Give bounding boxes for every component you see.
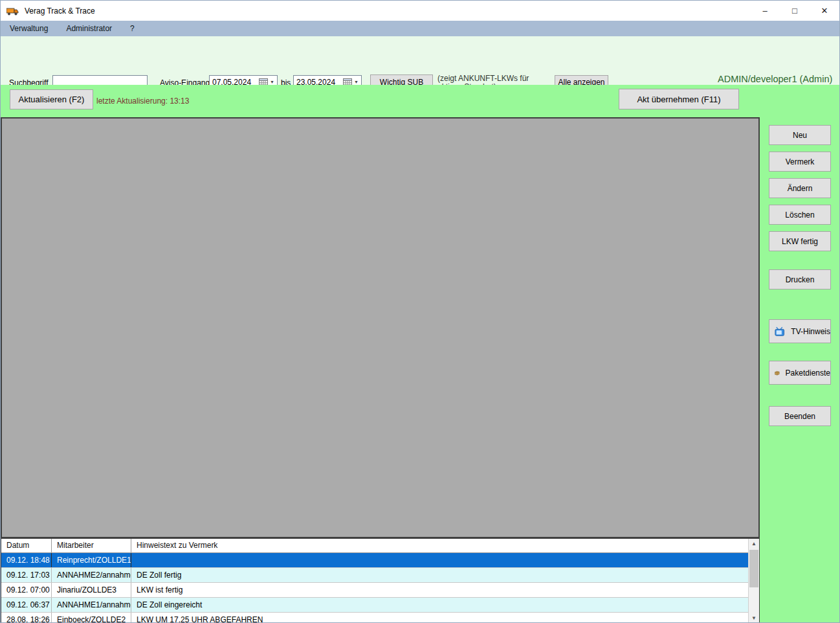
close-icon[interactable]: ✕ [810, 1, 839, 21]
vermerk-table: Datum Mitarbeiter Hinweistext zu Vermerk… [1, 538, 760, 623]
tv-hinweis-label: TV-Hinweis [791, 327, 830, 336]
cell-hinweis: DE Zoll fertig [131, 568, 748, 582]
lkw-fertig-button[interactable]: LKW fertig [769, 231, 831, 251]
cell-datum: 09.12. 07:00 [1, 583, 52, 597]
cell-hinweis: LKW ist fertig [131, 583, 748, 597]
paketdienste-button[interactable]: Paketdienste [769, 361, 831, 385]
table-header: Datum Mitarbeiter Hinweistext zu Vermerk [1, 539, 748, 553]
workspace: Neu Vermerk Ändern Löschen LKW fertig Dr… [1, 116, 839, 623]
cell-mitarbeiter: Jinariu/ZOLLDE3 [52, 583, 131, 597]
tv-icon [775, 326, 785, 337]
table-row[interactable]: 09.12. 07:00 Jinariu/ZOLLDE3 LKW ist fer… [1, 583, 748, 598]
minimize-icon[interactable]: – [750, 1, 780, 21]
drucken-button[interactable]: Drucken [769, 269, 831, 289]
col-header-hinweistext[interactable]: Hinweistext zu Vermerk [131, 539, 748, 552]
main-grid-empty [1, 117, 760, 538]
tv-hinweis-button[interactable]: TV-Hinweis [769, 319, 831, 343]
refresh-button[interactable]: Aktualisieren (F2) [10, 89, 93, 109]
scroll-down-icon[interactable]: ▼ [749, 613, 759, 623]
menu-administrator[interactable]: Administrator [57, 21, 121, 36]
chevron-down-icon[interactable]: ▼ [354, 80, 359, 84]
title-bar: Verag Track & Trace – □ ✕ [1, 1, 839, 21]
cell-datum: 28.08. 18:26 [1, 613, 52, 623]
action-bar: Aktualisieren (F2) letzte Aktualisierung… [1, 85, 839, 116]
cell-mitarbeiter: Reinprecht/ZOLLDE1 [52, 553, 131, 567]
takeover-button[interactable]: Akt übernehmen (F11) [619, 89, 739, 109]
aendern-button[interactable]: Ändern [769, 178, 831, 198]
filter-panel: Suchbegriff alle Ankunft nicht eingetrof… [1, 36, 839, 85]
table-scrollbar[interactable]: ▲ ▼ [748, 539, 759, 623]
package-icon [775, 368, 780, 378]
menu-bar: Verwaltung Administrator ? [1, 21, 839, 36]
table-row[interactable]: 09.12. 17:03 ANNAHME2/annahme2 DE Zoll f… [1, 568, 748, 583]
col-header-datum[interactable]: Datum [1, 539, 52, 552]
table-row[interactable]: 09.12. 06:37 ANNAHME1/annahme1 DE Zoll e… [1, 598, 748, 613]
cell-hinweis: DE Zoll eingereicht [131, 598, 748, 612]
menu-help[interactable]: ? [121, 21, 144, 36]
scroll-up-icon[interactable]: ▲ [749, 539, 759, 549]
neu-button[interactable]: Neu [769, 125, 831, 145]
loeschen-button[interactable]: Löschen [769, 205, 831, 225]
cell-datum: 09.12. 06:37 [1, 598, 52, 612]
cell-mitarbeiter: Einboeck/ZOLLDE2 [52, 613, 131, 623]
user-name: ADMIN/developer1 (Admin) [718, 74, 832, 84]
window-title: Verag Track & Trace [25, 6, 95, 16]
cell-mitarbeiter: ANNAHME2/annahme2 [52, 568, 131, 582]
menu-verwaltung[interactable]: Verwaltung [1, 21, 57, 36]
cell-datum: 09.12. 18:48 [1, 553, 52, 567]
chevron-down-icon[interactable]: ▼ [270, 80, 274, 84]
col-header-mitarbeiter[interactable]: Mitarbeiter [52, 539, 131, 552]
paketdienste-label: Paketdienste [786, 368, 830, 378]
vermerk-button[interactable]: Vermerk [769, 152, 831, 172]
maximize-icon[interactable]: □ [780, 1, 810, 21]
app-truck-icon [6, 6, 19, 16]
cell-datum: 09.12. 17:03 [1, 568, 52, 582]
cell-hinweis: LKW UM 17,25 UHR ABGEFAHREN [131, 613, 748, 623]
table-row[interactable]: 09.12. 18:48 Reinprecht/ZOLLDE1 [1, 553, 748, 568]
beenden-button[interactable]: Beenden [769, 406, 831, 426]
scrollbar-thumb[interactable] [749, 550, 758, 587]
cell-mitarbeiter: ANNAHME1/annahme1 [52, 598, 131, 612]
last-refresh-label: letzte Aktualisierung: 13:13 [96, 96, 189, 106]
cell-hinweis [131, 553, 748, 567]
table-row[interactable]: 28.08. 18:26 Einboeck/ZOLLDE2 LKW UM 17,… [1, 613, 748, 623]
